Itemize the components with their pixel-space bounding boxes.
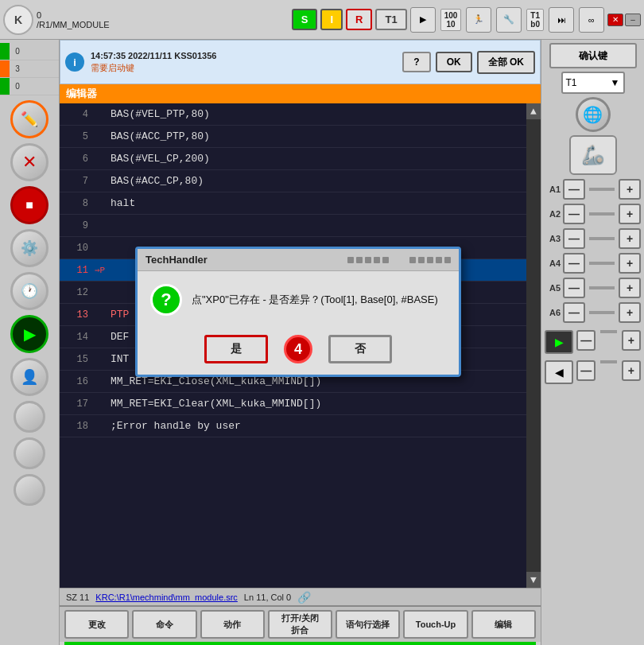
scroll-down-btn[interactable]: ▼ [526, 572, 541, 588]
status-pos: Ln 11, Col 0 [244, 593, 291, 602]
axis-a4-plus[interactable]: + [619, 253, 641, 274]
info-icon-text: i [73, 56, 76, 68]
play-icon-btn[interactable]: ▶ [410, 7, 436, 33]
bottom-plus[interactable]: + [622, 360, 641, 381]
axis-a1-minus[interactable]: — [563, 179, 585, 200]
bottom-minus[interactable]: — [576, 360, 596, 381]
ind-row-1: 0 [0, 43, 59, 60]
win-close-btn[interactable]: ✕ [607, 14, 623, 26]
axis-row-a2: A2 — + [545, 203, 641, 225]
message-timestamp: 14:57:35 2022/11/11 KSS01356 [91, 51, 396, 60]
axis-row-a4: A4 — + [545, 252, 641, 274]
dot-4 [374, 257, 380, 263]
dialog-body: ? 点"XP0"已存在 - 是否差异？(Tool[1], Base[0], #B… [138, 271, 459, 328]
tech-handler-dialog: TechHandler ? 点"XP0"已存在 - 是否差异？(Tool[1],… [135, 247, 461, 377]
extra-minus[interactable]: — [576, 330, 596, 351]
user-icon-btn[interactable]: 👤 [10, 358, 48, 396]
message-bar: i 14:57:35 2022/11/11 KSS01356 需要启动键 ? O… [60, 40, 541, 84]
circle-btn-2[interactable] [14, 437, 45, 469]
dot-3 [365, 257, 371, 263]
change-btn[interactable]: 更改 [64, 610, 129, 639]
btn-t1[interactable]: T1 [375, 9, 406, 30]
run-man-icon[interactable]: 🏃 [466, 7, 491, 33]
axis-a5-plus[interactable]: + [619, 278, 641, 298]
axis-a5-minus[interactable]: — [563, 278, 585, 298]
line-num-11: 11 [63, 265, 88, 276]
btn-i[interactable]: I [320, 9, 343, 30]
axis-a3-track [589, 237, 615, 240]
line-num-8: 8 [63, 198, 88, 209]
dialog-no-btn[interactable]: 否 [328, 335, 392, 363]
top-info: 0 /R1/MM_MODULE [37, 10, 289, 29]
t1-select[interactable]: T1 ▼ [561, 72, 625, 94]
btn-s[interactable]: S [292, 9, 318, 30]
top-line1: 0 [37, 10, 289, 20]
dialog-yes-btn[interactable]: 是 [204, 335, 268, 363]
axis-a2-minus[interactable]: — [563, 204, 585, 224]
circle-btn-3[interactable] [14, 474, 45, 506]
question-mark-text: ? [161, 289, 171, 310]
message-text: 14:57:35 2022/11/11 KSS01356 需要启动键 [91, 51, 396, 74]
axis-row-a3: A3 — + [545, 227, 641, 250]
axis-a2-track [589, 212, 615, 216]
ok-btn[interactable]: OK [436, 52, 472, 72]
code-line-6: 6 BAS(#VEL_CP,200) [60, 148, 541, 170]
play-icon-btn[interactable]: ▶ [10, 315, 48, 353]
edit-icon-btn[interactable]: ✏️ [10, 100, 48, 138]
skip-icon[interactable]: ⏭ [549, 7, 574, 33]
status-path[interactable]: KRC:\R1\mechmind\mm_module.src [95, 593, 238, 602]
confirm-btn[interactable]: 确认键 [549, 43, 637, 68]
axis-a4-minus[interactable]: — [563, 253, 585, 274]
open-close-label2: 折合 [291, 624, 308, 636]
ind-num-2: 3 [10, 64, 25, 73]
robot-icon-btn[interactable]: 🦾 [569, 135, 617, 175]
axis-a2-plus[interactable]: + [619, 204, 641, 224]
line-num-4: 4 [63, 109, 88, 120]
axis-a3-plus[interactable]: + [619, 228, 641, 249]
question-btn[interactable]: ? [402, 52, 430, 72]
line-arrow-11: ⇒P [95, 265, 111, 275]
all-ok-btn[interactable]: 全部 OK [477, 51, 535, 74]
globe-btn[interactable]: 🌐 [576, 97, 611, 132]
action-btn[interactable]: 动作 [200, 610, 265, 639]
play-arrow-btn[interactable]: ▶ [545, 330, 573, 354]
gear-icon-btn[interactable]: ⚙️ [10, 229, 48, 267]
line-num-7: 7 [63, 176, 88, 187]
line-num-6: 6 [63, 153, 88, 165]
sentence-select-btn[interactable]: 语句行选择 [336, 610, 400, 639]
axis-row-a6: A6 — + [545, 301, 641, 324]
close-icon-btn[interactable]: ✕ [10, 143, 48, 181]
dot-2 [356, 257, 363, 263]
command-btn[interactable]: 命令 [132, 610, 196, 639]
circle-btn-1[interactable] [14, 401, 45, 433]
edit-btn[interactable]: 编辑 [471, 610, 536, 639]
scroll-up-btn[interactable]: ▲ [526, 103, 541, 119]
extra-plus[interactable]: + [622, 330, 641, 351]
top-icons: ▶ 100 10 🏃 🔧 T1 b0 ⏭ ∞ [410, 7, 604, 33]
axis-a1-plus[interactable]: + [619, 179, 641, 200]
axis-a3-minus[interactable]: — [563, 228, 585, 249]
bottom-track [600, 360, 616, 363]
line-num-16: 16 [63, 376, 88, 387]
clock-icon-btn[interactable]: 🕐 [10, 272, 48, 310]
right-panel: 确认键 T1 ▼ 🌐 🦾 A1 — + A2 — + A3 — [541, 40, 644, 645]
dialog-title-bar: TechHandler [138, 249, 459, 271]
stop-icon-btn[interactable]: ■ [10, 186, 48, 224]
dialog-title: TechHandler [145, 254, 208, 266]
open-close-label1: 打开/关闭 [281, 612, 319, 624]
axis-a6-minus[interactable]: — [563, 302, 585, 323]
win-minimize-btn[interactable]: – [625, 14, 641, 26]
line-num-17: 17 [63, 398, 88, 410]
btn-r[interactable]: R [346, 9, 372, 30]
message-warning: 需要启动键 [91, 62, 396, 74]
code-line-8: 8 halt [60, 192, 541, 215]
ind-color-2 [0, 60, 10, 77]
code-line-7: 7 BAS(#ACC_CP,80) [60, 170, 541, 192]
infinity-icon[interactable]: ∞ [579, 7, 604, 33]
wrench-icon[interactable]: 🔧 [496, 7, 522, 33]
open-close-btn[interactable]: 打开/关闭 折合 [268, 610, 332, 639]
touchup-btn[interactable]: Touch-Up [403, 610, 467, 639]
left-arrow-btn[interactable]: ◀ [545, 360, 573, 384]
axis-a6-plus[interactable]: + [619, 302, 641, 323]
t1-arrow: ▼ [611, 77, 620, 88]
